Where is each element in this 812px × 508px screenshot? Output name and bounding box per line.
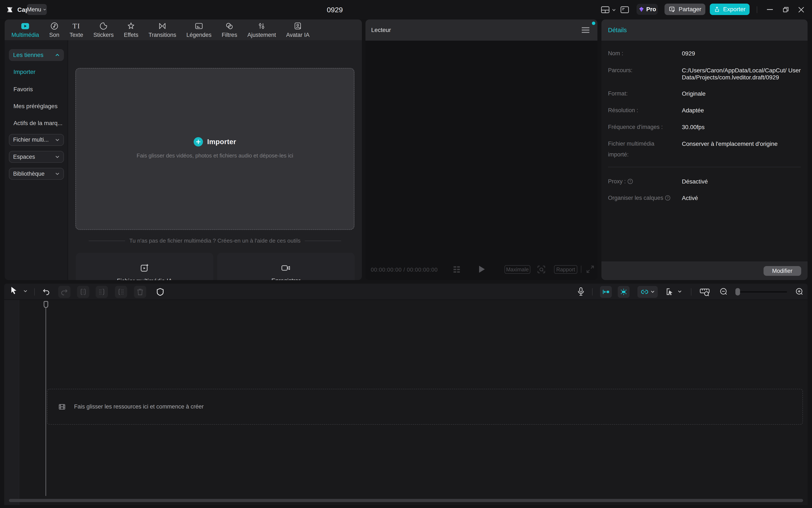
sidebar-group-les-tiennes[interactable]: Les tiennes [9, 49, 64, 61]
capcut-window: CapCut Menu 0929 Pro Partager Exporter [0, 0, 812, 508]
redo-icon [60, 288, 68, 296]
player-title: Lecteur [371, 19, 391, 41]
preview-toggle[interactable] [618, 286, 630, 298]
zoom-out-icon[interactable] [720, 288, 728, 295]
select-cursor-icon[interactable] [10, 286, 17, 295]
sidebar-item-prereglages[interactable]: Mes préréglages [13, 103, 57, 110]
tools-divider: Tu n'as pas de fichier multimédia ? Crée… [75, 238, 355, 244]
undo-icon[interactable] [42, 288, 50, 295]
import-dropzone[interactable]: Importer Fais glisser des vidéos, photos… [75, 68, 355, 230]
tab-stickers[interactable]: Stickers [93, 22, 114, 38]
sidebar-item-importer[interactable]: Importer [13, 69, 35, 75]
export-button[interactable]: Exporter [710, 4, 750, 15]
record-card[interactable]: Enregistrer [217, 253, 355, 280]
tab-label: Légendes [186, 32, 212, 38]
timeline-scrollbar[interactable] [9, 499, 803, 502]
detail-label: Nom : [608, 48, 682, 59]
transitions-icon [158, 22, 167, 31]
sidebar-item-favoris[interactable]: Favoris [13, 86, 33, 93]
pro-label: Pro [646, 6, 656, 13]
split-right-icon [117, 288, 125, 296]
split-button[interactable] [77, 286, 89, 298]
link-toggle[interactable] [637, 286, 658, 298]
timeline-dropzone[interactable]: Fais glisser les ressources ici et comme… [47, 389, 803, 425]
ai-media-card[interactable]: Fichier multimédia IA [76, 253, 213, 280]
info-icon[interactable]: ? [665, 195, 670, 201]
player-menu-icon[interactable] [582, 27, 589, 33]
play-button[interactable] [479, 265, 485, 273]
layout-switch-icon[interactable] [600, 6, 610, 13]
fit-label: Maximale [506, 266, 529, 272]
fullscreen-icon[interactable] [586, 265, 594, 273]
tab-son[interactable]: Son [49, 22, 59, 38]
playhead-handle[interactable] [44, 301, 48, 308]
details-title: Détails [608, 19, 627, 41]
text-icon: TI [73, 22, 80, 31]
pro-badge[interactable]: Pro [637, 4, 658, 15]
redo-button[interactable] [58, 286, 71, 298]
menu-label: Menu [27, 6, 41, 13]
mask-icon[interactable] [156, 288, 164, 296]
ruler-zoom-icon[interactable] [700, 287, 710, 297]
share-button[interactable]: Partager [665, 4, 705, 15]
multimedia-icon [21, 22, 30, 31]
import-label: Importer [207, 138, 236, 146]
tab-avatar-ia[interactable]: Avatar IA [286, 22, 310, 38]
modify-button[interactable]: Modifier [764, 266, 801, 276]
delete-button[interactable] [134, 286, 146, 298]
tab-effets[interactable]: Effets [124, 22, 138, 38]
sidebar-pill-espaces[interactable]: Espaces [9, 151, 64, 163]
split-left-button[interactable] [96, 286, 108, 298]
cursor-chevron-icon[interactable] [23, 290, 28, 293]
layout-chevron-icon[interactable] [612, 8, 616, 12]
focus-icon[interactable] [537, 265, 545, 273]
minimize-button[interactable] [767, 9, 773, 10]
pro-gem-icon [638, 6, 645, 12]
sidebar-pill-bibliotheque[interactable]: Bibliothèque [9, 168, 64, 180]
topbar-separator [757, 6, 757, 13]
chevron-down-icon [55, 155, 60, 159]
controls-separator [581, 266, 581, 273]
tab-label: Ajustement [247, 32, 276, 38]
cursor-mode-button[interactable] [665, 287, 682, 296]
tab-transitions[interactable]: Transitions [148, 22, 176, 38]
adjust-icon [257, 22, 266, 31]
player-controls: 00:00:00:00 / 00:00:00:00 Maximale Rappo… [365, 259, 597, 280]
detail-label: Proxy :? [608, 176, 682, 187]
split-right-button[interactable] [115, 286, 127, 298]
effects-icon [127, 22, 135, 31]
panel-settings-icon[interactable] [620, 6, 629, 13]
info-icon[interactable]: ? [627, 179, 633, 184]
zoom-in-icon[interactable] [796, 288, 803, 295]
split-icon [79, 288, 87, 296]
sidebar-pill-label: Fichier multi... [13, 136, 49, 143]
audio-icon [50, 22, 59, 31]
ratio-button[interactable]: Rapport [554, 265, 577, 274]
tab-multimedia[interactable]: Multimédia [11, 22, 39, 38]
tab-legendes[interactable]: Légendes [186, 22, 212, 38]
sidebar-item-actifs[interactable]: Actifs de la marq... [13, 120, 62, 127]
detail-label: Résolution : [608, 105, 682, 116]
fit-max-button[interactable]: Maximale [504, 265, 530, 274]
tab-filtres[interactable]: Filtres [222, 22, 237, 38]
tab-ajustement[interactable]: Ajustement [247, 22, 276, 38]
tab-texte[interactable]: TI Texte [70, 22, 83, 38]
notification-dot [592, 22, 595, 25]
sidebar-pill-fichier[interactable]: Fichier multi... [9, 134, 64, 146]
modify-label: Modifier [772, 268, 792, 274]
restore-button[interactable] [782, 6, 789, 13]
detail-value: Originale [682, 90, 807, 97]
grid-view-icon[interactable] [453, 266, 460, 273]
menu-button[interactable]: Menu [27, 4, 47, 15]
chevron-down-icon [678, 290, 682, 293]
snap-toggle[interactable] [600, 286, 612, 298]
zoom-slider-handle[interactable] [735, 288, 740, 295]
link-icon [640, 289, 649, 295]
zoom-slider-track[interactable] [738, 291, 787, 293]
chevron-down-icon [55, 172, 60, 175]
ai-media-label: Fichier multimédia IA [117, 278, 172, 280]
tab-label: Son [49, 32, 59, 38]
microphone-icon[interactable] [577, 287, 585, 296]
close-button[interactable] [798, 7, 804, 13]
playhead-line[interactable] [45, 308, 46, 496]
